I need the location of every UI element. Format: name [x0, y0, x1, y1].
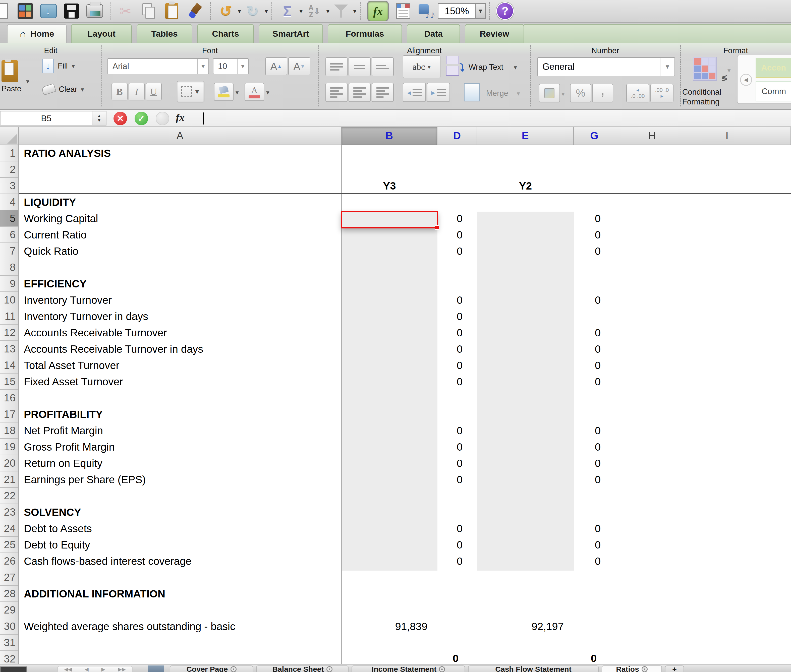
cell-E30[interactable]: 92,197	[477, 618, 574, 635]
merge-label[interactable]: Merge	[486, 89, 508, 98]
copy-icon[interactable]	[139, 2, 158, 20]
fill-color-button[interactable]	[214, 83, 234, 101]
row-header-14[interactable]: 14	[0, 357, 18, 374]
tab-smartart[interactable]: SmartArt	[259, 24, 323, 43]
row-header-28[interactable]: 28	[0, 586, 18, 602]
cell-A10[interactable]: Inventory Turnover	[19, 292, 341, 308]
cancel-button[interactable]: ✕	[114, 112, 127, 125]
align-bottom-button[interactable]	[371, 57, 394, 76]
tab-tables[interactable]: Tables	[137, 24, 192, 43]
column-header-B[interactable]: B	[341, 127, 437, 145]
undo-icon[interactable]: ↺	[216, 2, 235, 20]
cell-G7[interactable]: 0	[574, 243, 615, 259]
help-icon[interactable]: ?	[496, 2, 514, 20]
cell-A21[interactable]: Earnings per Share (EPS)	[19, 472, 341, 488]
row-header-25[interactable]: 25	[0, 537, 18, 553]
open-icon[interactable]	[39, 2, 58, 20]
cell-A12[interactable]: Accounts Receivable Turnover	[19, 325, 341, 341]
first-sheet-icon[interactable]: ◀◀	[64, 666, 72, 672]
style-accent-swatch[interactable]: Accen	[756, 58, 791, 78]
column-header-E[interactable]: E	[477, 127, 574, 145]
name-box-stepper[interactable]: ▲▼	[93, 111, 106, 125]
name-box[interactable]: B5	[0, 111, 93, 125]
font-size-select[interactable]: 10 ▼	[213, 58, 248, 74]
wrap-text-label[interactable]: Wrap Text	[469, 63, 503, 72]
cell-G24[interactable]: 0	[574, 520, 615, 537]
borders-button[interactable]: ▼	[177, 81, 204, 102]
cell-D32[interactable]: 0	[437, 651, 477, 664]
tab-layout[interactable]: Layout	[71, 24, 132, 43]
align-top-button[interactable]	[325, 57, 347, 76]
paste-button[interactable]: Paste	[2, 60, 21, 93]
cell-G21[interactable]: 0	[574, 472, 615, 488]
template-gallery-icon[interactable]	[16, 2, 35, 20]
redo-dropdown-icon[interactable]: ▾	[265, 7, 268, 15]
orientation-button[interactable]: abc▾	[403, 55, 440, 78]
wrap-text-dropdown-icon[interactable]: ▾	[514, 64, 517, 71]
row-header-5[interactable]: 5	[0, 210, 18, 227]
cell-A9[interactable]: EFFICIENCY	[19, 276, 341, 292]
row-header-30[interactable]: 30	[0, 618, 18, 635]
formula-builder-icon[interactable]: fx	[367, 2, 389, 20]
cell-D10[interactable]: 0	[437, 292, 477, 308]
autosum-dropdown-icon[interactable]: ▾	[299, 7, 303, 15]
currency-dropdown-icon[interactable]: ▾	[562, 90, 565, 98]
sheet-tab-cash-flow-statement[interactable]: Cash Flow Statement	[468, 666, 599, 672]
align-center-button[interactable]	[349, 83, 371, 102]
filter-icon[interactable]	[332, 2, 350, 20]
bold-button[interactable]: B	[112, 83, 128, 101]
cell-D14[interactable]: 0	[437, 357, 477, 374]
row-header-9[interactable]: 9	[0, 276, 18, 292]
cell-D26[interactable]: 0	[437, 553, 477, 569]
cell-A15[interactable]: Fixed Asset Turnover	[19, 374, 341, 390]
row-header-19[interactable]: 19	[0, 439, 18, 455]
tab-home[interactable]: ⌂ Home	[7, 24, 67, 43]
row-header-2[interactable]: 2	[0, 162, 18, 178]
cell-A24[interactable]: Debt to Assets	[19, 520, 341, 537]
redo-icon[interactable]: ↻	[243, 2, 262, 20]
cell-D5[interactable]: 0	[437, 210, 477, 227]
align-middle-button[interactable]	[349, 57, 371, 76]
cell-A7[interactable]: Quick Ratio	[19, 243, 341, 259]
align-right-button[interactable]	[371, 83, 394, 102]
currency-button[interactable]	[539, 84, 560, 102]
cell-A19[interactable]: Gross Profit Margin	[19, 439, 341, 455]
row-header-29[interactable]: 29	[0, 602, 18, 618]
row-header-27[interactable]: 27	[0, 569, 18, 586]
cell-G6[interactable]: 0	[574, 227, 615, 243]
row-header-17[interactable]: 17	[0, 406, 18, 422]
font-color-button[interactable]: A	[245, 83, 264, 101]
sheet-tab-income-statement[interactable]: Income Statement	[352, 666, 465, 672]
format-painter-icon[interactable]	[186, 2, 204, 20]
column-header-A[interactable]: A	[19, 127, 341, 145]
percent-button[interactable]: %	[570, 84, 591, 102]
row-header-18[interactable]: 18	[0, 422, 18, 439]
zoom-dropdown-icon[interactable]: ▼	[476, 3, 486, 19]
cell-G19[interactable]: 0	[574, 439, 615, 455]
cell-A28[interactable]: ADDITIONAL INFORMATION	[19, 586, 341, 602]
tab-data[interactable]: Data	[407, 24, 460, 43]
clear-button[interactable]: Clear ▾	[42, 85, 84, 94]
row-header-10[interactable]: 10	[0, 292, 18, 308]
row-header-31[interactable]: 31	[0, 635, 18, 651]
merge-dropdown-icon[interactable]: ▾	[517, 90, 520, 97]
undo-dropdown-icon[interactable]: ▾	[238, 7, 241, 15]
fill-button[interactable]: ↓ Fill ▾	[42, 59, 75, 73]
conditional-formatting-dropdown-icon[interactable]: ▾	[727, 67, 731, 74]
cell-D6[interactable]: 0	[437, 227, 477, 243]
row-header-8[interactable]: 8	[0, 259, 18, 276]
selected-cell-b5[interactable]	[341, 211, 438, 229]
cell-A18[interactable]: Net Profit Margin	[19, 422, 341, 439]
row-header-12[interactable]: 12	[0, 325, 18, 341]
row-header-13[interactable]: 13	[0, 341, 18, 357]
tab-review[interactable]: Review	[465, 24, 524, 43]
cell-A17[interactable]: PROFITABILITY	[19, 406, 341, 422]
formula-input[interactable]	[199, 110, 791, 126]
conditional-formatting-button[interactable]: ≶	[693, 57, 721, 84]
cell-G26[interactable]: 0	[574, 553, 615, 569]
cell-A14[interactable]: Total Asset Turnover	[19, 357, 341, 374]
paste-icon[interactable]	[162, 2, 181, 20]
cell-E3[interactable]: Y2	[477, 178, 574, 194]
row-header-32[interactable]: 32	[0, 651, 18, 664]
cell-D24[interactable]: 0	[437, 520, 477, 537]
